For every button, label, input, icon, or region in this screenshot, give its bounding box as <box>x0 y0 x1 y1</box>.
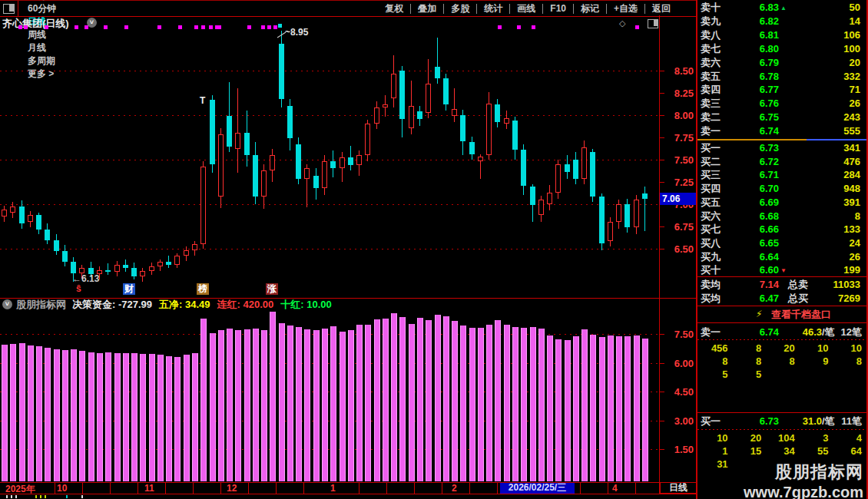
order-book-row[interactable]: 买四6.70948 <box>697 182 865 196</box>
menu-item-F10[interactable]: F10 <box>543 3 573 14</box>
price-axis-tick <box>660 137 664 138</box>
panel-divider <box>697 412 866 413</box>
window-panes-icon[interactable] <box>3 4 15 14</box>
volume-bar <box>279 323 285 481</box>
order-book-row[interactable]: 卖十6.83▲50 <box>697 1 865 15</box>
order-level-label: 买三 <box>701 168 721 182</box>
marker-dot <box>209 25 213 29</box>
level2-link-row: ⚡ 查看千档盘口 <box>697 307 865 322</box>
order-book-row[interactable]: 卖一6.74555 <box>697 124 865 138</box>
order-book-row[interactable]: 卖八6.81106 <box>697 28 865 42</box>
candle <box>469 142 475 154</box>
volume-bar <box>140 354 146 482</box>
order-book-row[interactable]: 买八6.6524 <box>697 236 865 250</box>
order-level-volume: 8 <box>855 210 860 223</box>
volume-bar <box>71 349 77 482</box>
time-axis-label: 11 <box>143 483 156 494</box>
menu-item-+自选[interactable]: +自选 <box>607 2 644 15</box>
status-speck <box>15 495 17 498</box>
volume-bar <box>131 353 137 482</box>
trade-detail-cell: 104 <box>764 431 798 444</box>
order-book-row[interactable]: 卖三6.7626 <box>697 97 865 111</box>
order-book-row[interactable]: 买六6.688 <box>697 210 865 223</box>
order-book-row[interactable]: 卖二6.75243 <box>697 111 865 124</box>
volume-bar <box>218 330 224 482</box>
volume-bar <box>399 317 406 481</box>
trade-detail-cell: 8 <box>831 355 865 368</box>
order-book-row[interactable]: 卖四6.7771 <box>697 83 865 97</box>
event-badge-ŝ[interactable]: ŝ <box>75 283 83 295</box>
menu-item-统计[interactable]: 统计 <box>477 2 509 15</box>
price-axis-label: 8.25 <box>674 88 694 99</box>
indicator-axis-label: 4.50 <box>674 386 694 398</box>
order-book-row[interactable]: 买九6.6426 <box>697 250 865 264</box>
status-speck <box>6 495 8 498</box>
volume-bar <box>460 326 466 481</box>
order-level-label: 买十 <box>701 263 721 277</box>
candle <box>322 161 327 188</box>
volume-bar <box>348 330 354 481</box>
event-badge-榜[interactable]: 榜 <box>197 283 209 295</box>
trade-detail-cell: 15 <box>731 444 765 458</box>
order-book-row[interactable]: 买十6.60▼199 <box>697 263 865 277</box>
toolbar-divider <box>18 1 18 16</box>
menu-item-复权[interactable]: 复权 <box>378 2 410 15</box>
menu-item-标记[interactable]: 标记 <box>574 2 606 15</box>
order-book-row[interactable]: 卖五6.78332 <box>697 70 865 84</box>
event-badge-涨[interactable]: 涨 <box>266 283 278 295</box>
candle <box>538 200 544 215</box>
buy1-per-value: 31.0 <box>784 415 822 428</box>
menu-item-叠加[interactable]: 叠加 <box>411 2 443 15</box>
high-price-annotation: ~8.95 <box>285 27 308 38</box>
candle <box>530 187 535 205</box>
order-book-row[interactable]: 卖六6.7920 <box>697 56 865 70</box>
candle <box>123 265 128 269</box>
indicator-axis: 7.506.004.503.001.50 <box>660 298 697 482</box>
current-price-tag: 7.06 <box>660 193 696 205</box>
order-level-price: 6.64 <box>728 250 779 264</box>
status-speck <box>66 495 68 498</box>
event-badge-财[interactable]: 财 <box>123 283 135 295</box>
candle <box>365 124 370 155</box>
menu-item-画线[interactable]: 画线 <box>510 2 542 15</box>
volume-bar <box>417 318 423 481</box>
candle <box>54 240 59 251</box>
indicator-axis-tick <box>660 449 664 450</box>
total-buy-value: 7269 <box>838 292 860 306</box>
candle <box>296 144 301 179</box>
view-level2-link[interactable]: 查看千档盘口 <box>771 307 831 322</box>
candle <box>383 104 388 108</box>
order-level-price: 6.68 <box>728 210 779 223</box>
order-book-row[interactable]: 买三6.71284 <box>697 168 865 182</box>
menu-item-多股[interactable]: 多股 <box>444 2 476 15</box>
order-level-price: 6.69 <box>728 196 779 210</box>
time-axis-label: 10 <box>55 483 68 494</box>
volume-bar <box>88 352 94 481</box>
volume-bar <box>469 328 475 481</box>
volume-bar <box>555 339 562 481</box>
candlestick-chart[interactable]: ~8.95←6.13Tŝ财榜涨 <box>0 15 659 298</box>
order-book-row[interactable]: 买一6.73341 <box>697 141 865 155</box>
menu-item-60分钟[interactable]: 60分钟 <box>22 2 62 15</box>
order-level-price: 6.78 <box>728 70 779 84</box>
status-speck <box>11 495 12 498</box>
order-book-row[interactable]: 买五6.69391 <box>697 196 865 210</box>
menu-item-返回[interactable]: 返回 <box>645 2 678 15</box>
price-gridline <box>0 71 659 71</box>
order-book-row[interactable]: 买二6.72476 <box>697 155 865 169</box>
volume-bar <box>330 326 336 481</box>
price-axis-label: 7.50 <box>674 154 694 166</box>
price-axis-label: 6.50 <box>674 243 694 255</box>
volume-bar <box>486 325 492 481</box>
order-book-row[interactable]: 卖七6.80100 <box>697 42 865 56</box>
candle <box>157 262 163 266</box>
volume-bar <box>114 353 121 482</box>
order-book-row[interactable]: 买七6.66133 <box>697 223 865 236</box>
indicator-panel[interactable]: ˅ 股朋指标网 决策资金: -727.99五净: 34.49连红: 420.00… <box>0 298 659 482</box>
collapse-circle-icon[interactable]: ˅ <box>2 299 12 309</box>
watermark: 股朋指标网 www.7gpzb.com <box>744 461 863 499</box>
order-book-row[interactable]: 卖九6.8214 <box>697 15 865 28</box>
period-cell[interactable]: 日线 <box>660 482 697 494</box>
order-level-label: 卖五 <box>701 70 721 84</box>
volume-bar <box>36 346 42 481</box>
